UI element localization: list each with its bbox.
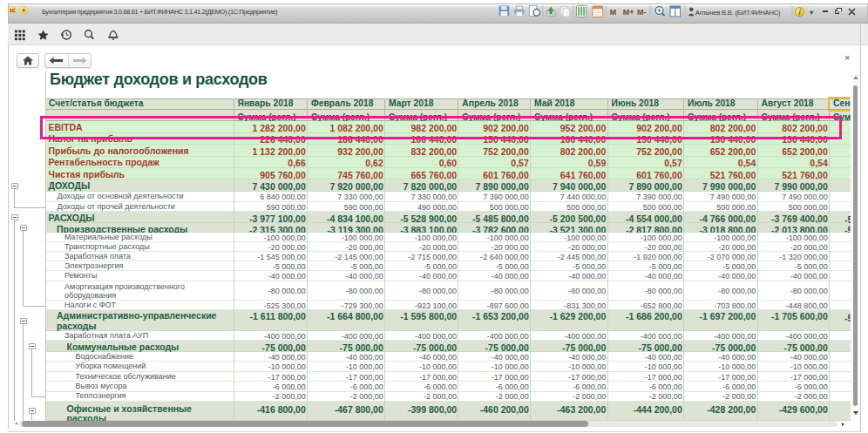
svg-text:M: M <box>610 8 617 17</box>
svg-text:M-: M- <box>637 8 647 17</box>
svg-text:Аглычев В.В. (БИТ.ФИНАНС): Аглычев В.В. (БИТ.ФИНАНС) <box>695 9 781 17</box>
svg-text:M+: M+ <box>623 8 634 17</box>
